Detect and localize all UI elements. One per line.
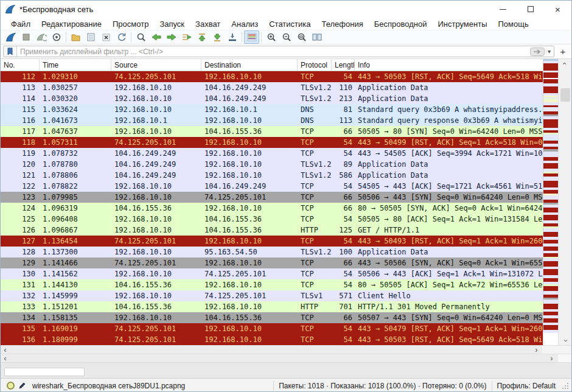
packet-row[interactable]: 1191.078732104.16.249.249192.168.10.10TC… <box>1 148 544 159</box>
menu-item-statistics[interactable]: Статистика <box>263 19 316 29</box>
reload-file-button[interactable] <box>114 30 129 44</box>
horizontal-scrollbar-list[interactable]: ‹ › <box>1 345 571 354</box>
packet-row[interactable]: 1311.144130104.16.155.36192.168.10.10TCP… <box>1 279 544 290</box>
packet-row[interactable]: 1231.079985192.168.10.1074.125.205.101TC… <box>1 192 544 203</box>
menu-item-telephony[interactable]: Телефония <box>316 19 368 29</box>
packet-row[interactable]: 1291.14146674.125.205.101192.168.10.10TC… <box>1 257 544 268</box>
scroll-left-arrow[interactable]: ‹ <box>1 354 10 362</box>
apply-filter-button[interactable] <box>530 47 545 56</box>
packet-row[interactable]: 1151.033624192.168.10.10192.168.10.1DNS8… <box>1 104 544 115</box>
maximize-button[interactable] <box>517 1 544 18</box>
menu-item-tools[interactable]: Инструменты <box>432 19 492 29</box>
packet-row[interactable]: 1221.078822192.168.10.10104.16.249.249TC… <box>1 181 544 192</box>
go-to-bottom-button[interactable] <box>209 30 225 44</box>
go-to-packet-button[interactable] <box>179 30 194 44</box>
zoom-reset-button[interactable] <box>294 30 309 44</box>
scroll-down-arrow[interactable]: ‹ <box>559 336 571 345</box>
go-to-top-button[interactable] <box>194 30 209 44</box>
column-header-source[interactable]: Source <box>111 59 201 71</box>
capture-comment-icon[interactable] <box>18 382 26 390</box>
menu-item-edit[interactable]: Редактирование <box>36 19 107 29</box>
close-file-button[interactable] <box>99 30 114 44</box>
scroll-right-arrow[interactable]: › <box>532 346 541 354</box>
packet-row[interactable]: 1331.151201104.16.155.36192.168.10.10HTT… <box>1 301 544 312</box>
scroll-up-arrow[interactable]: ‹ <box>559 59 571 68</box>
cell-proto: TLSv1.2 <box>298 247 332 257</box>
minimize-button[interactable] <box>489 1 517 18</box>
menu-item-wireless[interactable]: Беспроводной <box>369 19 433 29</box>
stop-capture-button[interactable] <box>18 30 33 44</box>
packet-row[interactable]: 1321.145999192.168.10.1074.125.205.101TL… <box>1 290 544 301</box>
zoom-out-button[interactable] <box>279 30 294 44</box>
expert-info-icon[interactable] <box>7 382 15 390</box>
cell-len: 571 <box>332 290 355 301</box>
packet-row[interactable]: 1181.05731174.125.205.101192.168.10.10TC… <box>1 137 544 148</box>
packet-row[interactable]: 1251.096408192.168.10.10104.16.155.36TCP… <box>1 214 544 225</box>
profile-label[interactable]: Профиль: Default <box>492 381 561 391</box>
packet-row[interactable]: 1271.13645474.125.205.101192.168.10.10TC… <box>1 236 544 247</box>
packet-row[interactable]: 1131.030257192.168.10.10104.16.249.249TL… <box>1 82 544 93</box>
display-filter-input[interactable] <box>17 47 530 56</box>
go-forward-button[interactable] <box>164 30 179 44</box>
auto-scroll-toggle[interactable] <box>225 30 240 44</box>
packet-row[interactable]: 1341.158135192.168.10.10104.16.155.36TCP… <box>1 312 544 323</box>
column-header-destination[interactable]: Destination <box>201 59 298 71</box>
packet-row[interactable]: 1171.047637192.168.10.10104.16.155.36TCP… <box>1 126 544 137</box>
start-capture-button[interactable] <box>3 30 18 44</box>
resize-columns-button[interactable] <box>309 30 324 44</box>
packet-row[interactable]: 1211.078806104.16.249.249192.168.10.10TL… <box>1 170 544 181</box>
packet-row[interactable]: 1261.096867192.168.10.10104.16.155.36HTT… <box>1 225 544 236</box>
cell-time: 1.029310 <box>40 71 111 82</box>
cell-info: 80 → 50505 [ACK] Seq=1 Ack=72 Win=65536 … <box>355 279 544 290</box>
filter-history-caret[interactable]: ▾ <box>546 48 554 55</box>
zoom-in-button[interactable] <box>263 30 279 44</box>
column-header-length[interactable]: Length <box>332 59 355 71</box>
scroll-right-arrow[interactable]: › <box>547 354 556 362</box>
column-header-info[interactable]: Info <box>355 59 544 71</box>
colorize-toggle[interactable] <box>244 30 259 44</box>
menu-item-capture[interactable]: Захват <box>190 19 226 29</box>
vertical-scrollbar-thumb[interactable] <box>560 88 570 102</box>
packet-row[interactable]: 1121.02931074.125.205.101192.168.10.10TC… <box>1 71 544 82</box>
vertical-scrollbar[interactable]: ‹ ‹ <box>558 59 571 345</box>
cell-time: 1.145999 <box>40 290 111 301</box>
open-file-button[interactable] <box>68 30 83 44</box>
menu-item-file[interactable]: Файл <box>5 19 36 29</box>
cell-time: 1.169019 <box>40 323 111 334</box>
cell-info: 443 → 54505 [ACK] Seq=3994 Ack=1721 Win=… <box>355 148 544 159</box>
column-header-time[interactable]: Time <box>40 59 111 71</box>
horizontal-scrollbar-secondary[interactable]: ‹ › <box>1 354 571 362</box>
filter-bookmark-button[interactable] <box>4 46 17 57</box>
menu-item-go[interactable]: Запуск <box>154 19 190 29</box>
restart-capture-button[interactable] <box>33 30 49 44</box>
menu-item-view[interactable]: Просмотр <box>107 19 154 29</box>
cell-dst: 95.163.54.50 <box>201 247 298 257</box>
packet-row[interactable]: 1161.041673192.168.10.1192.168.10.10DNS1… <box>1 115 544 126</box>
menu-item-analyze[interactable]: Анализ <box>226 19 263 29</box>
packet-row[interactable]: 1351.16901974.125.205.101192.168.10.10TC… <box>1 323 544 334</box>
cell-proto: TCP <box>298 214 332 225</box>
packet-row[interactable]: 1241.096319104.16.155.36192.168.10.10TCP… <box>1 203 544 214</box>
resize-grip[interactable] <box>562 382 569 390</box>
lower-panel <box>1 362 571 378</box>
cell-dst: 192.168.10.10 <box>201 148 298 159</box>
packet-row[interactable]: 1201.078780104.16.249.249192.168.10.10TL… <box>1 159 544 170</box>
menu-item-help[interactable]: Помощь <box>493 19 534 29</box>
packet-minimap[interactable] <box>543 59 558 345</box>
cell-len: 54 <box>332 214 355 225</box>
packet-row[interactable]: 1281.137300192.168.10.1095.163.54.50TLSv… <box>1 247 544 257</box>
close-button[interactable]: × <box>544 1 571 18</box>
save-file-button[interactable] <box>83 30 99 44</box>
go-back-button[interactable] <box>148 30 164 44</box>
cell-no: 116 <box>1 115 40 126</box>
capture-options-button[interactable] <box>49 30 64 44</box>
packet-row[interactable]: 1141.030320192.168.10.10104.16.249.249TL… <box>1 93 544 104</box>
add-filter-button[interactable]: + <box>557 46 569 57</box>
packet-row[interactable]: 1361.18099974.125.205.101192.168.10.10TC… <box>1 334 544 345</box>
packet-row[interactable]: 1301.141562192.168.10.1074.125.205.101TC… <box>1 268 544 279</box>
column-header-protocol[interactable]: Protocol <box>298 59 332 71</box>
scroll-left-arrow[interactable]: ‹ <box>1 346 10 354</box>
find-packet-button[interactable] <box>133 30 148 44</box>
column-header-no[interactable]: No. <box>1 59 40 71</box>
display-filter-box: ▾ <box>3 46 554 57</box>
